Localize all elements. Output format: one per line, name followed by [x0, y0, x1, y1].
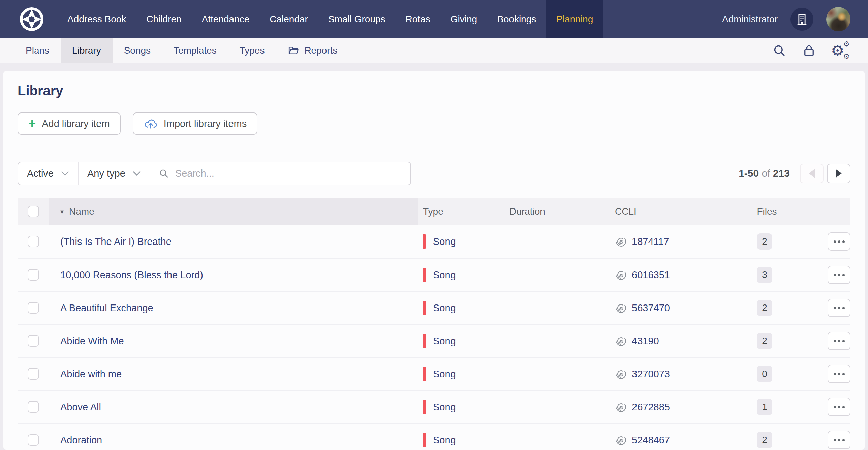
ellipsis-icon: [842, 240, 845, 243]
sort-desc-icon: ▾: [60, 207, 64, 216]
user-avatar[interactable]: [826, 7, 850, 31]
ccli-number-link[interactable]: 3270073: [632, 368, 670, 380]
topnav-item-attendance[interactable]: Attendance: [192, 0, 260, 38]
type-label: Song: [433, 368, 456, 380]
subnav-item-library[interactable]: Library: [61, 38, 113, 63]
ccli-songselect-icon: [615, 302, 627, 314]
ellipsis-icon: [842, 373, 845, 375]
row-menu-button[interactable]: [828, 365, 850, 383]
column-header-name[interactable]: ▾ Name: [49, 198, 418, 225]
item-name-link[interactable]: Adoration: [60, 435, 102, 445]
subnav-item-templates[interactable]: Templates: [162, 38, 228, 63]
row-checkbox[interactable]: [28, 401, 39, 413]
row-checkbox[interactable]: [28, 434, 39, 446]
user-role-label[interactable]: Administrator: [722, 14, 778, 25]
row-menu-button[interactable]: [828, 398, 850, 416]
topnav-item-calendar[interactable]: Calendar: [259, 0, 318, 38]
ccli-number-link[interactable]: 43190: [632, 335, 659, 347]
table-row: Abide With Me Song 43190 2: [18, 324, 850, 357]
row-checkbox[interactable]: [28, 368, 39, 380]
page-actions: + Add library item Import library items: [18, 112, 850, 135]
subnav-item-plans[interactable]: Plans: [14, 38, 61, 63]
row-checkbox[interactable]: [28, 269, 39, 281]
next-arrow-icon: [836, 169, 842, 178]
ellipsis-icon: [842, 307, 845, 309]
item-name-link[interactable]: A Beautiful Exchange: [60, 302, 153, 313]
select-all-checkbox[interactable]: [28, 206, 39, 217]
import-library-items-button[interactable]: Import library items: [133, 112, 258, 135]
search-icon: [158, 168, 169, 179]
row-menu-button[interactable]: [828, 332, 850, 350]
ellipsis-icon: [834, 340, 836, 342]
ellipsis-icon: [838, 373, 840, 375]
topnav-item-bookings[interactable]: Bookings: [487, 0, 546, 38]
settings-button[interactable]: ⚙ ⚙ ⚙: [832, 42, 849, 59]
search-field-wrap: [150, 162, 410, 185]
topnav-item-small-groups[interactable]: Small Groups: [318, 0, 396, 38]
subnav-item-reports[interactable]: Reports: [276, 38, 349, 63]
row-checkbox[interactable]: [28, 302, 39, 314]
subnav-item-types[interactable]: Types: [228, 38, 276, 63]
topnav-item-giving[interactable]: Giving: [440, 0, 487, 38]
organisation-button[interactable]: [790, 8, 813, 31]
lock-icon: [802, 43, 816, 58]
ccli-number-link[interactable]: 5248467: [632, 435, 670, 446]
type-label: Song: [433, 302, 456, 314]
type-filter-dropdown[interactable]: Any type: [78, 162, 150, 185]
library-table: ▾ Name Type Duration CCLI Files (This Is…: [18, 198, 850, 450]
next-page-button[interactable]: [827, 164, 850, 183]
row-menu-button[interactable]: [828, 266, 850, 284]
ellipsis-icon: [834, 240, 836, 243]
subnav-item-songs[interactable]: Songs: [113, 38, 162, 63]
files-count-badge: 2: [757, 233, 772, 250]
subnav-utility-icons: ⚙ ⚙ ⚙: [772, 38, 868, 63]
row-menu-button[interactable]: [828, 431, 850, 449]
table-row: 10,000 Reasons (Bless the Lord) Song 601…: [18, 258, 850, 291]
row-menu-button[interactable]: [828, 232, 850, 251]
item-name-link[interactable]: 10,000 Reasons (Bless the Lord): [60, 269, 203, 280]
planning-sub-navigation: PlansLibrarySongsTemplatesTypesReports ⚙…: [0, 38, 868, 63]
row-checkbox[interactable]: [28, 335, 39, 347]
ccli-songselect-icon: [615, 335, 627, 347]
ellipsis-icon: [842, 340, 845, 342]
item-name-link[interactable]: Abide With Me: [60, 335, 124, 346]
subnav-item-label: Plans: [26, 45, 49, 56]
files-count-badge: 2: [757, 432, 772, 448]
topnav-item-planning[interactable]: Planning: [546, 0, 603, 38]
ccli-number-link[interactable]: 6016351: [632, 269, 670, 281]
folder-open-icon: [287, 44, 300, 57]
type-color-bar: [423, 433, 426, 447]
column-header-files[interactable]: Files: [727, 206, 802, 217]
ccli-songselect-icon: [615, 368, 627, 380]
row-menu-button[interactable]: [828, 299, 850, 317]
column-header-duration[interactable]: Duration: [505, 206, 610, 217]
subnav-item-label: Reports: [304, 45, 337, 56]
item-name-link[interactable]: (This Is The Air I) Breathe: [60, 236, 172, 247]
previous-page-button[interactable]: [800, 164, 824, 183]
ccli-songselect-icon: [615, 235, 627, 248]
lock-button[interactable]: [802, 43, 816, 58]
ellipsis-icon: [834, 406, 836, 408]
ellipsis-icon: [842, 274, 845, 276]
item-name-link[interactable]: Above All: [60, 401, 101, 412]
status-filter-dropdown[interactable]: Active: [18, 162, 78, 185]
search-input[interactable]: [175, 168, 402, 180]
ccli-number-link[interactable]: 5637470: [632, 302, 670, 314]
add-library-item-button[interactable]: + Add library item: [18, 112, 121, 135]
table-row: Adoration Song 5248467 2: [18, 423, 850, 450]
topnav-item-rotas[interactable]: Rotas: [396, 0, 440, 38]
item-name-link[interactable]: Abide with me: [60, 368, 122, 379]
churchsuite-logo[interactable]: [0, 0, 57, 38]
ccli-number-link[interactable]: 2672885: [632, 401, 670, 413]
ellipsis-icon: [842, 406, 845, 408]
row-checkbox[interactable]: [28, 236, 39, 247]
search-button[interactable]: [772, 43, 786, 58]
ellipsis-icon: [838, 340, 840, 342]
files-count-badge: 2: [757, 300, 772, 316]
topnav-item-children[interactable]: Children: [136, 0, 191, 38]
ellipsis-icon: [838, 439, 840, 441]
column-header-type[interactable]: Type: [418, 206, 505, 217]
topnav-item-address-book[interactable]: Address Book: [57, 0, 136, 38]
column-header-ccli[interactable]: CCLI: [610, 206, 727, 217]
ccli-number-link[interactable]: 1874117: [632, 236, 669, 247]
